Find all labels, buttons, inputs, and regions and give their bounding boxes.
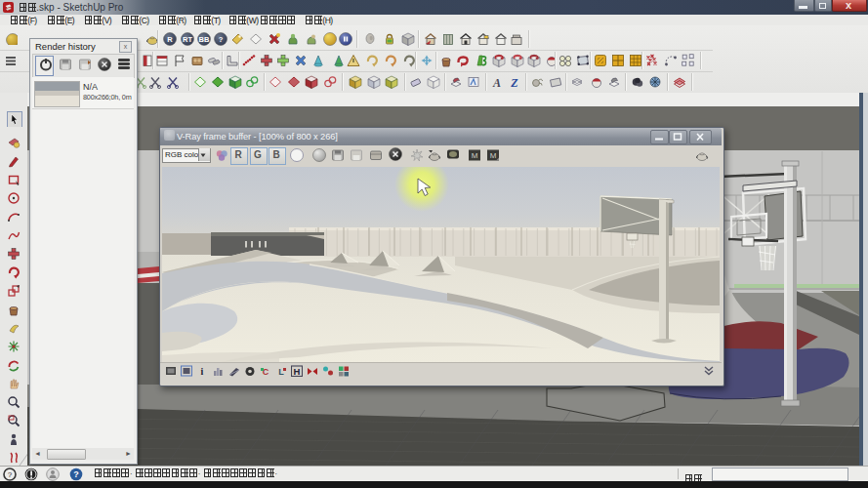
svg-text:i: i [201, 366, 204, 377]
svg-text:M: M [490, 151, 497, 160]
svg-text:A: A [492, 76, 501, 90]
svg-text:M: M [472, 151, 478, 160]
svg-text:?: ? [8, 470, 13, 479]
svg-text:?: ? [219, 35, 224, 44]
svg-text:RT: RT [183, 35, 192, 44]
svg-text:H: H [294, 366, 301, 377]
svg-text:?: ? [73, 469, 79, 479]
svg-text:Z: Z [510, 76, 518, 90]
svg-text:BB: BB [199, 35, 210, 44]
svg-text:R: R [167, 35, 173, 44]
